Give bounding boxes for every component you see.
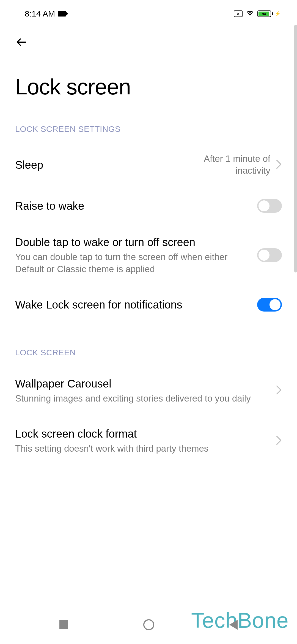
battery-icon: 94 ⚡ bbox=[257, 10, 280, 17]
no-sim-icon: ✕ bbox=[234, 10, 243, 17]
double-tap-toggle[interactable] bbox=[257, 248, 282, 262]
wallpaper-carousel-setting[interactable]: Wallpaper Carousel Stunning images and e… bbox=[0, 365, 297, 416]
double-tap-setting[interactable]: Double tap to wake or turn off screen Yo… bbox=[0, 224, 297, 286]
sleep-value: After 1 minute of inactivity bbox=[193, 153, 270, 177]
sleep-title: Sleep bbox=[15, 158, 185, 172]
raise-to-wake-toggle[interactable] bbox=[257, 199, 282, 213]
clock-format-subtitle: This setting doesn't work with third par… bbox=[15, 443, 268, 455]
double-tap-title: Double tap to wake or turn off screen bbox=[15, 235, 249, 249]
clock-format-title: Lock screen clock format bbox=[15, 427, 268, 441]
wake-notifications-setting[interactable]: Wake Lock screen for notifications bbox=[0, 286, 297, 323]
section-header-lockscreen: LOCK SCREEN bbox=[0, 334, 297, 365]
raise-to-wake-title: Raise to wake bbox=[15, 199, 249, 213]
chevron-right-icon bbox=[276, 435, 282, 446]
camera-recording-icon bbox=[58, 11, 66, 17]
status-left: 8:14 AM bbox=[25, 9, 66, 18]
clock-format-setting[interactable]: Lock screen clock format This setting do… bbox=[0, 416, 297, 466]
navigation-bar bbox=[0, 605, 297, 644]
chevron-right-icon bbox=[276, 385, 282, 396]
page-title: Lock screen bbox=[0, 58, 297, 111]
header bbox=[0, 25, 297, 58]
charging-icon: ⚡ bbox=[274, 11, 280, 17]
status-bar: 8:14 AM ✕ 94 ⚡ bbox=[0, 0, 297, 25]
raise-to-wake-setting[interactable]: Raise to wake bbox=[0, 188, 297, 224]
nav-home-button[interactable] bbox=[143, 619, 154, 630]
wallpaper-carousel-subtitle: Stunning images and exciting stories del… bbox=[15, 392, 268, 405]
wake-notifications-toggle[interactable] bbox=[257, 298, 282, 312]
status-time: 8:14 AM bbox=[25, 9, 55, 18]
sleep-setting[interactable]: Sleep After 1 minute of inactivity bbox=[0, 142, 297, 188]
back-button[interactable] bbox=[15, 36, 28, 50]
status-right: ✕ 94 ⚡ bbox=[234, 10, 280, 18]
section-header-settings: LOCK SCREEN SETTINGS bbox=[0, 111, 297, 142]
wake-notifications-title: Wake Lock screen for notifications bbox=[15, 298, 249, 312]
wifi-icon bbox=[246, 10, 254, 18]
chevron-right-icon bbox=[276, 159, 282, 170]
wallpaper-carousel-title: Wallpaper Carousel bbox=[15, 376, 268, 391]
nav-recents-button[interactable] bbox=[59, 620, 68, 629]
scrollbar[interactable] bbox=[294, 25, 297, 272]
nav-back-button[interactable] bbox=[229, 620, 238, 630]
double-tap-subtitle: You can double tap to turn the screen of… bbox=[15, 251, 249, 275]
